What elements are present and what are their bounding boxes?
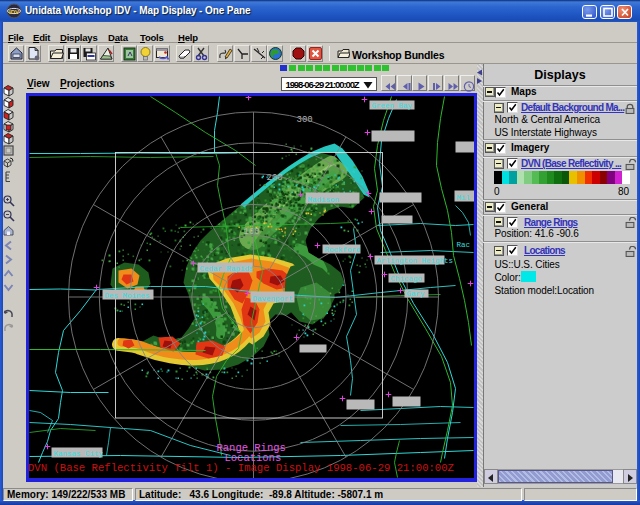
svg-text:200: 200 <box>266 172 282 182</box>
svg-text:Mil: Mil <box>456 193 470 201</box>
svg-text:Madison: Madison <box>307 195 339 203</box>
svg-text:Cedar Rapids: Cedar Rapids <box>199 264 253 272</box>
svg-text:Rockford: Rockford <box>324 245 360 253</box>
svg-text:Kansas City: Kansas City <box>53 449 103 457</box>
svg-text:Des Moines: Des Moines <box>104 291 149 299</box>
svg-text:Chicago: Chicago <box>390 274 422 282</box>
svg-text:Green Bay: Green Bay <box>371 101 412 109</box>
svg-text:Gary: Gary <box>406 289 425 297</box>
svg-text:Rac: Rac <box>456 240 470 248</box>
svg-text:DVN (Base Reflectivity Tilt 1): DVN (Base Reflectivity Tilt 1) - Image D… <box>29 462 454 474</box>
svg-text:Arlington Heights: Arlington Heights <box>376 256 453 264</box>
svg-text:IDV: IDV <box>9 9 19 15</box>
svg-text:Davenport: Davenport <box>252 294 293 302</box>
